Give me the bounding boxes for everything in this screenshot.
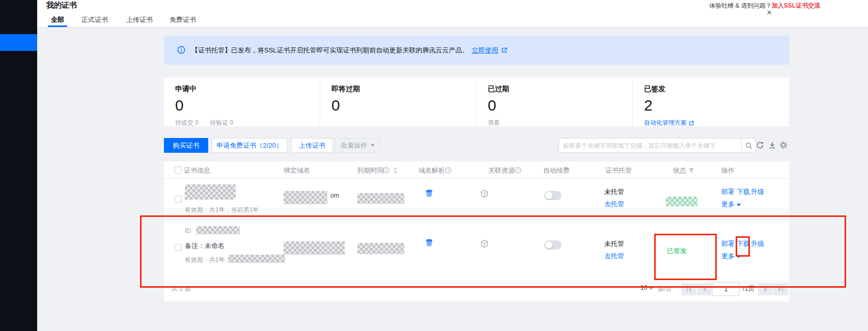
remark-text: 备注：未命名 [185, 241, 225, 251]
auto-renew-toggle[interactable] [544, 240, 562, 250]
redacted-domain [284, 241, 345, 255]
divider [164, 178, 789, 179]
info-icon [177, 46, 185, 54]
download-link[interactable]: 下载 [737, 187, 750, 197]
download-icon[interactable] [768, 141, 776, 149]
resource-cube-icon[interactable] [480, 189, 489, 198]
stat-value: 0 [175, 98, 320, 113]
resource-cube-icon[interactable] [480, 239, 489, 248]
deploy-link[interactable]: 部署 [721, 239, 735, 249]
stat-label: 即将过期 [331, 85, 476, 94]
stat-applying: 申请中 0 待提交 0 待验证 0 [164, 77, 320, 126]
stat-value: 2 [644, 98, 789, 113]
validity-text: 有效期：共1年， [185, 256, 231, 264]
first-page-button[interactable] [682, 283, 696, 295]
col-status: 状态 [673, 166, 686, 175]
redacted-cert-id [196, 226, 240, 234]
stat-label: 已签发 [644, 85, 789, 94]
col-related-resource: 关联资源 [488, 166, 515, 175]
banner-text: 【证书托管】已发布，将SSL证书开启托管即可实现证书到期前自动更新关联的腾讯云云… [191, 46, 469, 55]
stat-label: 申请中 [175, 85, 320, 94]
download-link[interactable]: 下载 [737, 239, 750, 249]
col-dns-resolve: 域名解析 [418, 166, 445, 175]
feedback-bar: 体验吐槽 & 遇到问题？加入SSL证书交流 [709, 2, 820, 10]
stat-expired: 已过期 0 查看 [477, 77, 633, 126]
domain-fragment: om [330, 192, 339, 199]
automation-plan-link[interactable]: 自动化管理方案 [644, 119, 694, 127]
row-checkbox[interactable] [175, 244, 182, 251]
upgrade-link[interactable]: 升级 [751, 187, 764, 197]
hosting-notice-banner: 【证书托管】已发布，将SSL证书开启托管即可实现证书到期前自动更新关联的腾讯云云… [164, 36, 789, 65]
chevron-down-icon [737, 256, 741, 258]
use-now-link[interactable]: 立即使用 [472, 46, 498, 55]
info-icon[interactable] [515, 167, 521, 174]
chevron-down-icon [371, 144, 375, 147]
stat-value: 0 [488, 98, 632, 113]
sort-icon[interactable] [393, 167, 398, 174]
join-ssl-group-link[interactable]: 加入SSL证书交流 [772, 2, 820, 9]
more-link[interactable]: 更多 [721, 252, 741, 261]
go-hosting-link[interactable]: 去托管 [604, 200, 624, 209]
filter-funnel-icon[interactable] [688, 168, 694, 174]
next-page-button[interactable] [758, 283, 773, 295]
search-input[interactable] [558, 138, 742, 153]
settings-gear-icon[interactable] [779, 141, 788, 149]
feedback-text: 体验吐槽 & 遇到问题？ [709, 2, 772, 9]
tab-uploaded-cert[interactable]: 上传证书 [126, 15, 153, 24]
buy-cert-button[interactable]: 购买证书 [164, 138, 208, 153]
batch-operation-button[interactable]: 批量操作 [335, 138, 380, 153]
dns-bucket-icon[interactable] [425, 238, 434, 247]
upload-cert-button[interactable]: 上传证书 [291, 138, 333, 153]
chevron-down-icon [737, 204, 741, 206]
total-count: 共 2 条 [172, 285, 190, 293]
auto-renew-toggle[interactable] [544, 191, 562, 200]
last-page-button[interactable] [773, 283, 788, 295]
info-icon[interactable] [445, 167, 452, 174]
prev-page-button[interactable] [697, 283, 712, 295]
search-button[interactable] [741, 138, 756, 153]
info-icon[interactable] [383, 167, 389, 174]
divider [164, 281, 789, 282]
refresh-icon[interactable] [756, 141, 764, 149]
row-checkbox[interactable] [175, 196, 182, 203]
hosting-status: 未托管 [604, 187, 624, 197]
stat-sub-pending-submit: 待提交 0 [175, 119, 199, 127]
col-expire-time: 到期时间 [357, 166, 384, 175]
more-link[interactable]: 更多 [721, 200, 741, 209]
page-number-input[interactable] [712, 282, 740, 296]
select-all-checkbox[interactable] [175, 167, 182, 174]
dns-bucket-icon[interactable] [425, 189, 434, 198]
external-link-icon [501, 47, 507, 53]
col-actions: 操作 [721, 166, 735, 175]
external-link-icon [689, 121, 694, 126]
col-cert-info: 证书信息 [184, 166, 210, 175]
apply-free-cert-button[interactable]: 申请免费证书（2/20） [212, 138, 287, 153]
per-page-label: 条/页 [658, 285, 671, 293]
redacted-expire-date [357, 193, 404, 204]
ssl-console-page: 我的证书 体验吐槽 & 遇到问题？加入SSL证书交流 全部 正式证书 上传证书 … [0, 0, 868, 331]
view-link[interactable]: 查看 [488, 119, 500, 127]
cert-table [164, 161, 789, 301]
redacted-validity [228, 255, 285, 263]
tab-free-cert[interactable]: 免费证书 [170, 15, 196, 24]
redacted-domain [284, 191, 327, 204]
total-pages-label: /1页 [743, 284, 755, 293]
tab-formal-cert[interactable]: 正式证书 [81, 15, 108, 24]
redacted-cert-name [185, 184, 236, 200]
stat-value: 0 [331, 98, 476, 113]
go-hosting-link[interactable]: 去托管 [604, 252, 624, 261]
active-tab-underline [48, 25, 67, 27]
hosting-status: 未托管 [604, 239, 624, 249]
page-title: 我的证书 [46, 1, 77, 10]
status-issued: 已签发 [667, 246, 687, 256]
sidebar-active-item[interactable] [0, 34, 37, 51]
page-size-select[interactable]: 10 [640, 284, 653, 291]
tab-all[interactable]: 全部 [51, 15, 64, 24]
validity-text: 有效期：共1年，当前第1年 [185, 206, 259, 214]
stat-issued: 已签发 2 自动化管理方案 [633, 77, 789, 126]
stat-sub-pending-verify: 待验证 0 [210, 119, 233, 127]
deploy-link[interactable]: 部署 [721, 187, 735, 197]
stats-card: 申请中 0 待提交 0 待验证 0 即将过期 0 已过期 0 查看 已签发 2 … [164, 77, 789, 126]
banner-close-icon[interactable]: × [767, 8, 772, 17]
upgrade-link[interactable]: 升级 [751, 239, 764, 249]
